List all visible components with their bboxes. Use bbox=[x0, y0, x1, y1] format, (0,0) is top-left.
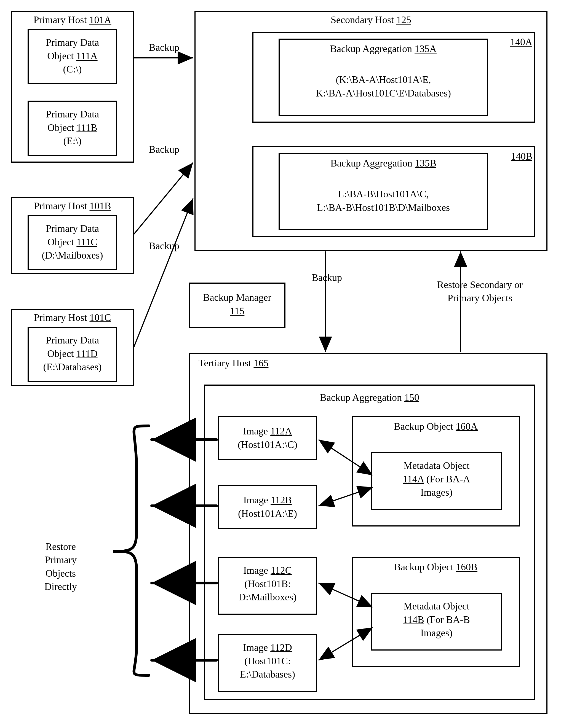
backup-label-4: Backup bbox=[302, 272, 352, 284]
ba-a-title: Backup Aggregation 135A bbox=[278, 43, 488, 55]
volume-140a-ref: 140A bbox=[494, 36, 532, 48]
primary-host-b-title: Primary Host 101B bbox=[14, 200, 131, 212]
image-112c-text: Image 112C (Host101B: D:\Mailboxes) bbox=[218, 564, 317, 604]
backup-manager-text: Backup Manager 115 bbox=[189, 291, 286, 318]
image-112a-text: Image 112A (Host101A:\C) bbox=[218, 425, 317, 451]
metadata-object-114b-text: Metadata Object 114B (For BA-B Images) bbox=[371, 600, 502, 640]
backup-object-160a-title: Backup Object 160A bbox=[352, 420, 520, 433]
volume-140b-ref: 140B bbox=[494, 150, 532, 163]
restore-secondary-label: Restore Secondary or Primary Objects bbox=[406, 265, 554, 305]
svg-line-1 bbox=[134, 163, 193, 234]
image-112b-text: Image 112B (Host101A:\E) bbox=[218, 493, 317, 520]
primary-host-a-title: Primary Host 101A bbox=[14, 14, 131, 26]
image-112d-text: Image 112D (Host101C: E:\Databases) bbox=[218, 641, 317, 681]
pdo-a-text: Primary Data Object 111A (C:\) bbox=[28, 36, 117, 76]
pdo-d-text: Primary Data Object 111D (E:\Databases) bbox=[28, 334, 117, 374]
ba-a-body: (K:\BA-A\Host101A\E, K:\BA-A\Host101C\E\… bbox=[278, 73, 488, 100]
metadata-object-114a-text: Metadata Object 114A (For BA-A Images) bbox=[371, 459, 502, 499]
ba-150-title: Backup Aggregation 150 bbox=[204, 391, 535, 404]
pdo-c-text: Primary Data Object 111C (D:\Mailboxes) bbox=[28, 222, 117, 262]
backup-label-2: Backup bbox=[139, 143, 189, 156]
svg-line-2 bbox=[134, 198, 193, 347]
restore-primary-label: Restore Primary Objects Directly bbox=[26, 526, 95, 593]
pdo-b-text: Primary Data Object 111B (E:\) bbox=[28, 108, 117, 148]
backup-label-1: Backup bbox=[139, 41, 189, 54]
backup-label-3: Backup bbox=[139, 240, 189, 252]
secondary-host-title: Secondary Host 125 bbox=[194, 14, 547, 26]
primary-host-c-title: Primary Host 101C bbox=[14, 311, 131, 324]
ba-b-title: Backup Aggregation 135B bbox=[278, 157, 488, 170]
ba-b-body: L:\BA-B\Host101A\C, L:\BA-B\Host101B\D\M… bbox=[278, 187, 488, 214]
backup-object-160b-title: Backup Object 160B bbox=[352, 561, 520, 573]
tertiary-host-title: Tertiary Host 165 bbox=[198, 357, 364, 369]
